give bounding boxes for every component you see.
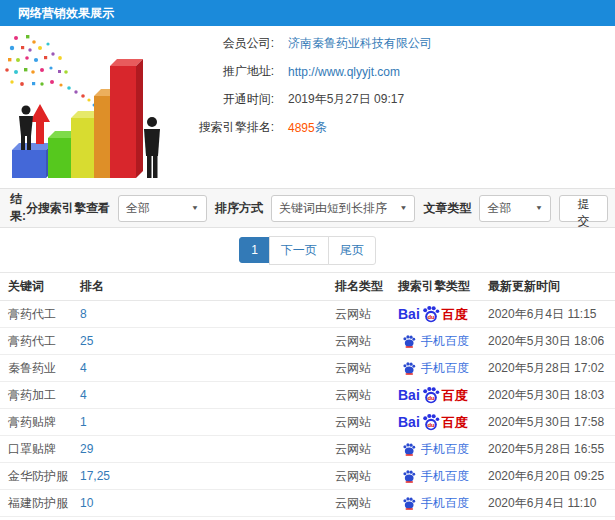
svg-text:du: du xyxy=(427,395,435,401)
info-field-link[interactable]: 济南秦鲁药业科技有限公司 xyxy=(288,35,432,52)
keyword-rank-table: 关键词排名排名类型搜索引擎类型最新更新时间 膏药代工8云网站Baidu百度202… xyxy=(0,272,615,520)
result-label: 结果: xyxy=(10,191,26,225)
column-header-4: 最新更新时间 xyxy=(483,278,615,295)
updated-cell: 2020年5月30日 18:03 xyxy=(483,387,615,404)
mobile-baidu-label: 手机百度 xyxy=(421,468,469,485)
mobile-baidu-logo: 手机百度 xyxy=(398,333,469,350)
submit-button[interactable]: 提交 xyxy=(559,195,608,222)
info-field-link[interactable]: http://www.qlyyjt.com xyxy=(288,65,400,79)
page-title-bar: 网络营销效果展示 xyxy=(0,0,615,26)
mobile-baidu-paw-icon xyxy=(402,361,416,375)
table-row: 膏药加工4云网站Baidu百度2020年5月30日 18:03 xyxy=(0,382,615,409)
filter-label-0: 分搜索引擎查看 xyxy=(26,200,110,217)
pagination: 1下一页尾页 xyxy=(0,228,615,272)
svg-text:du: du xyxy=(427,422,435,428)
column-header-2: 排名类型 xyxy=(335,278,398,295)
engine-cell: Baidu百度 xyxy=(398,385,483,405)
rank-type-cell: 云网站 xyxy=(335,360,398,377)
updated-cell: 2020年5月30日 17:58 xyxy=(483,414,615,431)
info-row: 推广地址:http://www.qlyyjt.com xyxy=(178,64,432,79)
engine-cell: 手机百度 xyxy=(398,360,483,377)
keyword-cell: 口罩贴牌 xyxy=(0,441,80,458)
info-row: 会员公司:济南秦鲁药业科技有限公司 xyxy=(178,36,432,51)
engine-cell: 手机百度 xyxy=(398,495,483,512)
rank-type-cell: 云网站 xyxy=(335,306,398,323)
filter-label-2: 文章类型 xyxy=(423,200,471,217)
mobile-baidu-label: 手机百度 xyxy=(421,333,469,350)
keyword-cell: 膏药代工 xyxy=(0,306,80,323)
mobile-baidu-paw-icon xyxy=(402,496,416,510)
search-rank-unit-link[interactable]: 条 xyxy=(315,119,327,136)
rank-link[interactable]: 4 xyxy=(80,388,87,402)
table-row: 膏药代工8云网站Baidu百度2020年6月4日 11:15 xyxy=(0,301,615,328)
filter-bar: 结果: 分搜索引擎查看全部▼排序方式关键词由短到长排序▼文章类型全部▼提交 xyxy=(0,188,615,228)
info-field-label: 开通时间: xyxy=(178,91,274,108)
mobile-baidu-logo: 手机百度 xyxy=(398,468,469,485)
baidu-logo-cn: 百度 xyxy=(442,416,468,429)
select-current-value: 全部 xyxy=(126,200,186,217)
page-link[interactable]: 下一页 xyxy=(269,236,329,265)
rank-cell: 25 xyxy=(80,334,335,348)
filter-select-0[interactable]: 全部▼ xyxy=(118,195,207,222)
rank-link[interactable]: 8 xyxy=(80,307,87,321)
rank-type-cell: 云网站 xyxy=(335,387,398,404)
table-row: 秦鲁药业4云网站手机百度2020年5月28日 17:02 xyxy=(0,355,615,382)
baidu-logo-bai: Bai xyxy=(398,388,420,402)
mobile-baidu-label: 手机百度 xyxy=(421,360,469,377)
updated-cell: 2020年5月30日 18:06 xyxy=(483,333,615,350)
column-header-3: 搜索引擎类型 xyxy=(398,278,483,295)
baidu-paw-icon: du xyxy=(421,304,441,324)
baidu-logo-cn: 百度 xyxy=(442,308,468,321)
table-header-row: 关键词排名排名类型搜索引擎类型最新更新时间 xyxy=(0,273,615,301)
updated-cell: 2020年6月4日 11:15 xyxy=(483,306,615,323)
page-title: 网络营销效果展示 xyxy=(18,5,114,22)
businessman-right xyxy=(144,117,160,178)
updated-cell: 2020年5月28日 16:55 xyxy=(483,441,615,458)
search-rank-count: 4895 xyxy=(288,121,315,135)
rank-link[interactable]: 10 xyxy=(80,496,93,510)
baidu-pc-logo: Baidu百度 xyxy=(398,304,468,324)
mobile-baidu-label: 手机百度 xyxy=(421,495,469,512)
keyword-cell: 金华防护服 xyxy=(0,468,80,485)
filter-label-1: 排序方式 xyxy=(215,200,263,217)
engine-cell: Baidu百度 xyxy=(398,412,483,432)
baidu-pc-logo: Baidu百度 xyxy=(398,385,468,405)
keyword-cell: 福建防护服 xyxy=(0,495,80,512)
rank-cell: 29 xyxy=(80,442,335,456)
rank-link[interactable]: 29 xyxy=(80,442,93,456)
rank-cell: 4 xyxy=(80,388,335,402)
page-current[interactable]: 1 xyxy=(239,237,270,263)
info-field-value: 2019年5月27日 09:17 xyxy=(288,91,404,108)
info-field-label: 搜索引擎排名: xyxy=(178,119,274,136)
rank-cell: 10 xyxy=(80,496,335,510)
engine-cell: 手机百度 xyxy=(398,333,483,350)
filter-select-2[interactable]: 全部▼ xyxy=(479,195,551,222)
keyword-cell: 膏药贴牌 xyxy=(0,414,80,431)
rank-cell: 8 xyxy=(80,307,335,321)
page-link[interactable]: 尾页 xyxy=(328,236,376,265)
updated-cell: 2020年5月28日 17:02 xyxy=(483,360,615,377)
engine-cell: 手机百度 xyxy=(398,441,483,458)
rank-type-cell: 云网站 xyxy=(335,495,398,512)
filter-select-1[interactable]: 关键词由短到长排序▼ xyxy=(271,195,416,222)
info-field-label: 推广地址: xyxy=(178,63,274,80)
keyword-cell: 膏药代工 xyxy=(0,333,80,350)
member-info: 会员公司:济南秦鲁药业科技有限公司推广地址:http://www.qlyyjt.… xyxy=(178,36,432,135)
rank-link[interactable]: 25 xyxy=(80,334,93,348)
info-field-label: 会员公司: xyxy=(178,35,274,52)
chevron-down-icon: ▼ xyxy=(191,204,199,211)
rank-link[interactable]: 17,25 xyxy=(80,469,110,483)
select-current-value: 关键词由短到长排序 xyxy=(279,200,395,217)
rank-cell: 4 xyxy=(80,361,335,375)
table-body: 膏药代工8云网站Baidu百度2020年6月4日 11:15膏药代工25云网站手… xyxy=(0,301,615,520)
mobile-baidu-logo: 手机百度 xyxy=(398,495,469,512)
rank-link[interactable]: 4 xyxy=(80,361,87,375)
mobile-baidu-logo: 手机百度 xyxy=(398,360,469,377)
rank-link[interactable]: 1 xyxy=(80,415,87,429)
updated-cell: 2020年6月4日 11:10 xyxy=(483,495,615,512)
chevron-down-icon: ▼ xyxy=(535,204,543,211)
mobile-baidu-paw-icon xyxy=(402,334,416,348)
table-row: 口罩贴牌29云网站手机百度2020年5月28日 16:55 xyxy=(0,436,615,463)
baidu-logo-bai: Bai xyxy=(398,415,420,429)
baidu-paw-icon: du xyxy=(421,385,441,405)
